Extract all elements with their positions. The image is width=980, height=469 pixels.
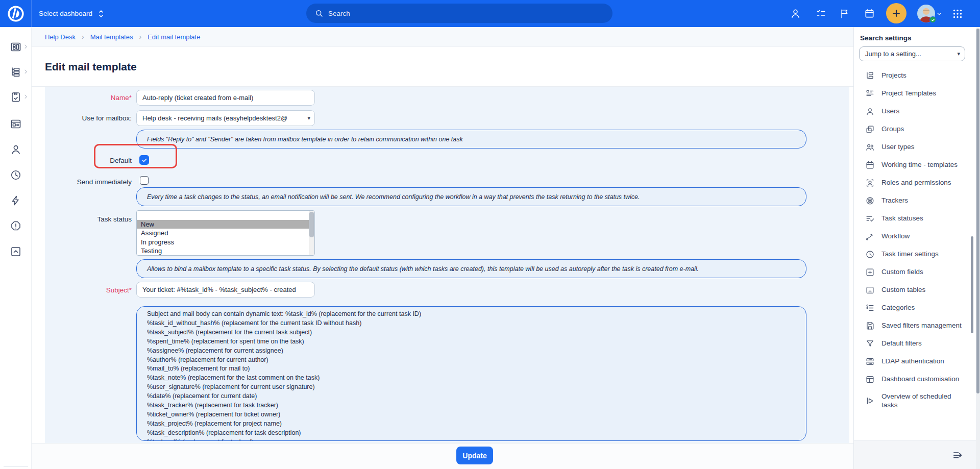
workflow-icon [865, 232, 875, 241]
default-label: Default [45, 157, 132, 164]
sidebar-item-time[interactable] [0, 164, 32, 186]
task-status-option[interactable]: New [137, 220, 314, 229]
calendar-icon[interactable] [864, 8, 875, 19]
settings-item-label: Projects [881, 71, 965, 80]
token-help-line: %user_signature% (replacement for curren… [147, 383, 796, 392]
quick-add-button[interactable] [886, 3, 906, 23]
breadcrumb-link[interactable]: Help Desk [45, 33, 76, 41]
tasklist-icon[interactable] [815, 8, 827, 19]
task-status-option[interactable]: In progress [137, 238, 314, 247]
name-input[interactable] [136, 90, 315, 106]
user-avatar[interactable] [917, 5, 935, 22]
settings-item-label: Workflow [881, 232, 965, 241]
settings-item-label: Project Templates [881, 89, 965, 98]
mailbox-label: Use for mailbox: [45, 114, 132, 122]
settings-item-groups[interactable]: Groups [854, 120, 972, 138]
settings-panel-scrollbar-thumb[interactable] [971, 236, 973, 333]
breadcrumb-separator: › [82, 33, 84, 41]
token-help-line: %task_url% (replacement for task url) [147, 438, 796, 441]
settings-item-label: Roles and permissions [881, 179, 965, 187]
settings-item-task-statuses[interactable]: Task statuses [854, 210, 972, 228]
task-status-option[interactable]: Testing [137, 246, 314, 256]
sidebar-divider [4, 466, 28, 467]
window-scrollbar[interactable] [976, 27, 980, 469]
app-logo[interactable] [0, 0, 32, 27]
info-binding-text: Allows to bind a mailbox template to a s… [147, 265, 699, 273]
settings-item-task-timer-settings[interactable]: Task timer settings [854, 245, 972, 263]
update-button[interactable]: Update [456, 447, 493, 464]
window-scrollbar-thumb[interactable] [976, 29, 979, 393]
collapse-panel-icon[interactable] [951, 449, 965, 462]
dashboard-panels-icon [10, 41, 22, 53]
settings-item-users[interactable]: Users [854, 103, 972, 120]
subject-input[interactable] [136, 282, 315, 298]
token-help-line: %task_note% (replacement for the last co… [147, 374, 796, 383]
chevron-down-icon[interactable] [936, 10, 943, 17]
sidebar-item-users[interactable] [0, 138, 32, 161]
token-help-line: %assignee% (replacement for current assi… [147, 347, 796, 356]
mail-template-form: Name* Use for mailbox: Help desk - recei… [45, 87, 849, 443]
settings-panel: Search settings Jump to a setting... ▾ P… [853, 27, 976, 469]
settings-panel-footer [854, 440, 976, 469]
sidebar-item-more[interactable] [0, 240, 32, 263]
settings-item-trackers[interactable]: Trackers [854, 192, 972, 210]
user-types-icon [865, 142, 875, 152]
sidebar-item-modules[interactable] [0, 113, 32, 135]
task-status-option[interactable] [137, 211, 314, 220]
statuses-icon [865, 214, 875, 224]
settings-item-roles-and-permissions[interactable]: Roles and permissions [854, 174, 972, 192]
profile-icon[interactable] [790, 8, 801, 19]
breadcrumb-link[interactable]: Edit mail template [148, 33, 200, 41]
settings-item-ldap-authentication[interactable]: LDAP authentication [854, 353, 972, 371]
mailbox-selected-value: Help desk - receiving mails (easyhelpdes… [142, 114, 287, 122]
task-status-listbox[interactable]: NewAssignedIn progressTesting [136, 210, 315, 256]
task-status-option[interactable]: Assigned [137, 229, 314, 238]
user-icon [865, 107, 875, 116]
sidebar-item-projects[interactable] [0, 61, 32, 83]
settings-item-label: Trackers [881, 196, 965, 205]
dashboard-selector[interactable]: Select dashboard [39, 0, 105, 27]
apps-grid-icon[interactable] [951, 8, 964, 20]
sidebar-item-tasks[interactable] [0, 86, 32, 108]
token-help-line: %task_id_without_hash% (replacement for … [147, 319, 796, 328]
listbox-scrollbar-thumb[interactable] [309, 212, 314, 237]
settings-item-dashboard-customisation[interactable]: Dashboard customisation [854, 371, 972, 388]
settings-item-working-time-templates[interactable]: Working time - templates [854, 156, 972, 174]
sidebar-item-dashboards[interactable] [0, 36, 32, 58]
settings-item-default-filters[interactable]: Default filters [854, 335, 972, 353]
person-icon [10, 143, 22, 156]
settings-item-overview-of-scheduled-tasks[interactable]: Overview of scheduled tasks [854, 388, 972, 413]
token-help-line: %task_subject% (replacement for the curr… [147, 328, 796, 337]
mailbox-select[interactable]: Help desk - receiving mails (easyhelpdes… [136, 110, 315, 126]
settings-item-categories[interactable]: Categories [854, 299, 972, 317]
flag-icon[interactable] [839, 8, 850, 19]
easy-logo-icon [7, 5, 25, 23]
listbox-scrollbar[interactable] [309, 211, 314, 255]
token-help-line: %mail_to% (replacement for mail to) [147, 364, 796, 374]
breadcrumb-link[interactable]: Mail templates [90, 33, 133, 41]
settings-item-user-types[interactable]: User types [854, 138, 972, 156]
global-search-input[interactable]: Search [306, 4, 612, 23]
title-bar: Edit mail template [32, 47, 853, 87]
tree-icon [865, 71, 875, 81]
token-help-line: Subject and mail body can contain dynami… [147, 310, 796, 319]
jump-to-setting-select[interactable]: Jump to a setting... ▾ [859, 46, 965, 61]
settings-item-workflow[interactable]: Workflow [854, 228, 972, 245]
settings-item-label: Overview of scheduled tasks [881, 392, 965, 409]
settings-item-custom-fields[interactable]: Custom fields [854, 263, 972, 281]
table-icon [865, 285, 875, 295]
breadcrumb-separator: › [139, 33, 141, 41]
default-checkbox[interactable] [139, 155, 149, 165]
send-immediately-checkbox[interactable] [140, 176, 149, 185]
settings-item-saved-filters-management[interactable]: Saved filters management [854, 317, 972, 335]
token-help-line: %author% (replacement for current author… [147, 356, 796, 365]
settings-item-label: Dashboard customisation [881, 375, 965, 384]
sidebar-item-quick-actions[interactable] [0, 189, 32, 212]
check-icon [141, 157, 148, 163]
dynamic-tokens-help-box: Subject and mail body can contain dynami… [136, 306, 806, 441]
settings-item-projects[interactable]: Projects [854, 67, 972, 85]
settings-item-custom-tables[interactable]: Custom tables [854, 281, 972, 299]
settings-item-project-templates[interactable]: Project Templates [854, 85, 972, 103]
chevron-right-icon [23, 94, 29, 100]
sidebar-item-alerts[interactable] [0, 215, 32, 237]
